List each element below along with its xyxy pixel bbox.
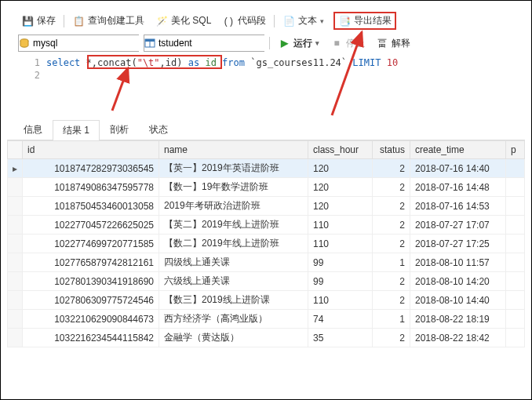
tab-profile[interactable]: 剖析 [100, 119, 139, 140]
cell-class-hour[interactable]: 110 [308, 216, 373, 235]
cell-create-time[interactable]: 2018-07-16 14:48 [410, 178, 506, 197]
cell-status[interactable]: 2 [373, 159, 410, 178]
column-p[interactable]: p [506, 141, 525, 159]
cell-class-hour[interactable]: 99 [308, 272, 373, 291]
save-icon: 💾 [21, 15, 34, 27]
cell-create-time[interactable]: 2018-08-10 14:20 [410, 272, 506, 291]
row-marker [8, 253, 23, 272]
cell-create-time[interactable]: 2018-07-27 17:25 [410, 235, 506, 253]
cell-id[interactable]: 1022770457226625025 [23, 216, 159, 235]
cell-class-hour[interactable]: 120 [308, 159, 373, 178]
cell-name[interactable]: 西方经济学（高鸿业版） [159, 310, 308, 329]
cell-p[interactable] [506, 329, 525, 347]
query-builder-button[interactable]: 📋 查询创建工具 [69, 13, 148, 29]
cell-create-time[interactable]: 2018-07-16 14:53 [410, 197, 506, 216]
cell-create-time[interactable]: 2018-07-27 17:07 [410, 216, 506, 235]
cell-create-time[interactable]: 2018-08-10 14:40 [410, 291, 506, 310]
cell-name[interactable]: 2019年考研政治进阶班 [159, 197, 308, 216]
beautify-icon: 🪄 [155, 15, 168, 27]
table-row[interactable]: 10187504534600130582019年考研政治进阶班12022018-… [8, 197, 525, 216]
cell-class-hour[interactable]: 99 [308, 253, 373, 272]
table-row[interactable]: 1032210629090844673西方经济学（高鸿业版）7412018-08… [8, 310, 525, 329]
column-id[interactable]: id [23, 141, 159, 159]
cell-name[interactable]: 【数三】2019线上进阶课 [159, 291, 308, 310]
code-snippet-button[interactable]: ( ) 代码段 [219, 13, 269, 29]
column-class-hour[interactable]: class_hour [308, 141, 373, 159]
table-row[interactable]: 1022774699720771585【数二】2019年线上进阶班1102201… [8, 235, 525, 253]
text-button[interactable]: 📄 文本 ▾ [279, 13, 327, 29]
cell-status[interactable]: 2 [373, 329, 410, 347]
cell-name[interactable]: 金融学（黄达版） [159, 329, 308, 347]
column-create-time[interactable]: create_time [410, 141, 506, 159]
cell-status[interactable]: 2 [373, 235, 410, 253]
column-name[interactable]: name [159, 141, 308, 159]
save-button[interactable]: 💾 保存 [18, 13, 59, 29]
cell-name[interactable]: 【英二】2019年线上进阶班 [159, 216, 308, 235]
cell-id[interactable]: 1027801390341918690 [23, 272, 159, 291]
cell-p[interactable] [506, 159, 525, 178]
cell-status[interactable]: 2 [373, 272, 410, 291]
cell-p[interactable] [506, 291, 525, 310]
table-row[interactable]: 1032216234544115842金融学（黄达版）3522018-08-22… [8, 329, 525, 347]
cell-p[interactable] [506, 216, 525, 235]
cell-status[interactable]: 1 [373, 253, 410, 272]
explain-button[interactable]: 畐 解释 [373, 35, 414, 52]
database-input[interactable] [30, 35, 154, 51]
cell-status[interactable]: 2 [373, 178, 410, 197]
cell-name[interactable]: 【数一】19年数学进阶班 [159, 178, 308, 197]
cell-p[interactable] [506, 197, 525, 216]
cell-status[interactable]: 2 [373, 216, 410, 235]
explain-label: 解释 [392, 37, 410, 50]
cell-name[interactable]: 六级线上通关课 [159, 272, 308, 291]
cell-class-hour[interactable]: 110 [308, 235, 373, 253]
tab-result-1[interactable]: 结果 1 [53, 120, 100, 140]
beautify-sql-button[interactable]: 🪄 美化 SQL [152, 13, 214, 29]
cell-status[interactable]: 2 [373, 197, 410, 216]
row-marker [8, 291, 23, 310]
tab-status[interactable]: 状态 [139, 119, 178, 140]
database-selector[interactable]: ⌄ [18, 35, 139, 52]
cell-status[interactable]: 2 [373, 291, 410, 310]
cell-class-hour[interactable]: 120 [308, 178, 373, 197]
table-row[interactable]: 1022770457226625025【英二】2019年线上进阶班1102201… [8, 216, 525, 235]
cell-id[interactable]: 1022774699720771585 [23, 235, 159, 253]
cell-p[interactable] [506, 253, 525, 272]
table-selector[interactable]: ⌄ [144, 35, 264, 52]
cell-status[interactable]: 1 [373, 310, 410, 329]
cell-class-hour[interactable]: 110 [308, 291, 373, 310]
cell-name[interactable]: 四级线上通关课 [159, 253, 308, 272]
cell-p[interactable] [506, 310, 525, 329]
table-row[interactable]: 1018749086347595778【数一】19年数学进阶班12022018-… [8, 178, 525, 197]
cell-id[interactable]: 1032216234544115842 [23, 329, 159, 347]
cell-create-time[interactable]: 2018-08-22 18:19 [410, 310, 506, 329]
table-row[interactable]: 1027801390341918690六级线上通关课9922018-08-10 … [8, 272, 525, 291]
cell-id[interactable]: 1027806309775724546 [23, 291, 159, 310]
cell-create-time[interactable]: 2018-08-22 18:42 [410, 329, 506, 347]
table-input[interactable] [155, 35, 279, 51]
table-row[interactable]: ▸1018747282973036545【英一】2019年英语进阶班120220… [8, 159, 525, 178]
cell-id[interactable]: 1018750453460013058 [23, 197, 159, 216]
cell-p[interactable] [506, 272, 525, 291]
cell-class-hour[interactable]: 35 [308, 329, 373, 347]
column-status[interactable]: status [373, 141, 410, 159]
cell-class-hour[interactable]: 120 [308, 197, 373, 216]
table-row[interactable]: 1027765879742812161四级线上通关课9912018-08-10 … [8, 253, 525, 272]
cell-name[interactable]: 【数二】2019年线上进阶班 [159, 235, 308, 253]
cell-p[interactable] [506, 178, 525, 197]
cell-id[interactable]: 1027765879742812161 [23, 253, 159, 272]
export-result-button[interactable]: 📑 导出结果 [333, 12, 396, 30]
beautify-label: 美化 SQL [171, 14, 211, 27]
cell-create-time[interactable]: 2018-07-16 14:40 [410, 159, 506, 178]
cell-create-time[interactable]: 2018-08-10 11:57 [410, 253, 506, 272]
cell-name[interactable]: 【英一】2019年英语进阶班 [159, 159, 308, 178]
cell-class-hour[interactable]: 74 [308, 310, 373, 329]
cell-id[interactable]: 1018749086347595778 [23, 178, 159, 197]
cell-id[interactable]: 1032210629090844673 [23, 310, 159, 329]
result-grid[interactable]: id name class_hour status create_time p … [7, 140, 525, 368]
table-row[interactable]: 1027806309775724546【数三】2019线上进阶课11022018… [8, 291, 525, 310]
tab-info[interactable]: 信息 [13, 119, 53, 140]
run-button[interactable]: ▶ 运行 ▾ [275, 35, 322, 52]
sql-editor[interactable]: 1 2 select *,concat("\t",id) as id from … [7, 55, 525, 119]
cell-id[interactable]: 1018747282973036545 [23, 159, 159, 178]
cell-p[interactable] [506, 235, 525, 253]
